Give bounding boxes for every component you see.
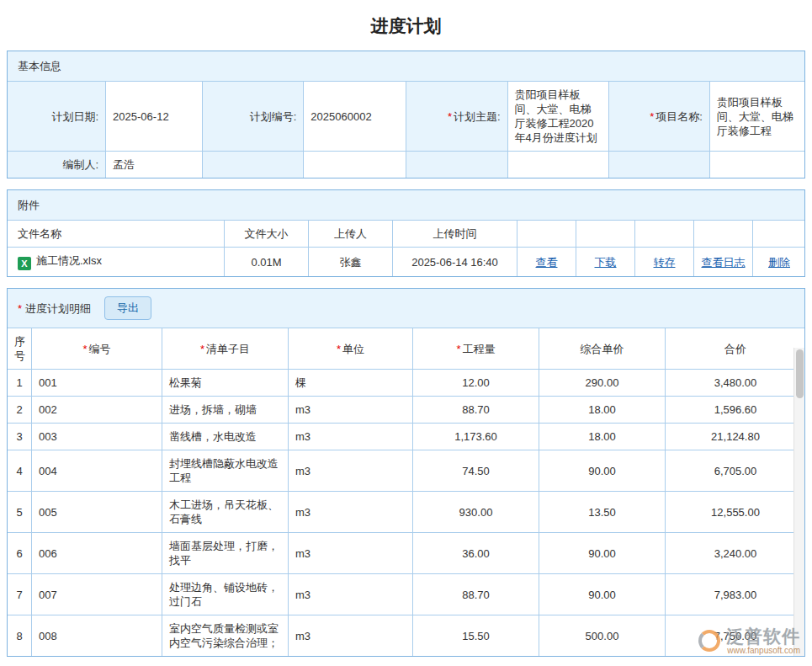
file-name-header: 文件名称 [8,221,225,248]
column-label: 综合单价 [581,343,624,355]
table-row: 1 001 松果菊 棵 12.00 290.00 3,480.00 [8,370,806,397]
basic-info-row-1: 计划日期: 2025-06-12 计划编号: 2025060002 *计划主题:… [8,82,805,152]
attachments-section: 附件 文件名称 文件大小 上传人 上传时间 X施工情况.xlsx [7,189,805,277]
download-link[interactable]: 下载 [595,256,617,269]
cell-unit: m3 [289,397,413,424]
cell-seq: 3 [8,424,32,450]
basic-info-section: 基本信息 计划日期: 2025-06-12 计划编号: 2025060002 *… [7,51,805,178]
cell-item: 进场，拆墙，砌墙 [162,397,289,424]
cell-item: 松果菊 [162,370,289,397]
table-row: 5 005 木工进场，吊天花板、石膏线 m3 930.00 13.50 12,5… [8,492,806,533]
table-row: 4 004 封埋线槽隐蔽水电改造工程 m3 74.50 90.00 6,705.… [8,450,806,492]
cell-total: 12,555.00 [666,492,806,533]
cell-item: 木工进场，吊天花板、石膏线 [162,492,289,533]
cell-unit: m3 [289,424,413,450]
upload-time-cell: 2025-06-14 16:40 [393,248,517,277]
cell-item: 处理边角、铺设地砖，过门石 [162,574,289,615]
vendor-watermark: 泛普软件 www.fanpusoft.com [698,626,800,655]
cell-seq: 4 [8,450,32,492]
empty-label-cell [406,152,507,178]
transfer-link[interactable]: 转存 [654,256,676,269]
progress-plan-page: 进度计划 基本信息 计划日期: 2025-06-12 计划编号: 2025060… [0,0,812,657]
column-label: 单位 [342,343,364,355]
vendor-name: 泛普软件 [726,626,800,646]
required-mark: * [650,110,654,123]
cell-total: 7,983.00 [666,574,806,615]
detail-title: 进度计划明细 [25,301,91,316]
cell-item: 墙面基层处理，打磨，找平 [162,533,289,574]
basic-info-title: 基本信息 [18,59,61,73]
cell-item: 凿线槽，水电改造 [162,424,289,450]
required-mark: * [18,301,22,316]
required-mark: * [82,343,87,355]
view-action-cell: 查看 [517,248,576,277]
view-log-link[interactable]: 查看日志 [702,256,746,269]
plan-number-value: 2025060002 [304,82,406,152]
seq-column-header: 序号 [8,328,32,370]
cell-quantity: 88.70 [413,574,539,615]
cell-unit-price: 18.00 [539,397,666,424]
table-row: 2 002 进场，拆墙，砌墙 m3 88.70 18.00 1,596.60 [8,397,806,424]
unit-price-column-header: 综合单价 [539,328,666,370]
plan-date-value: 2025-06-12 [106,82,203,152]
cell-code: 008 [32,615,162,657]
empty-label-cell [608,152,709,178]
empty-header-cell [576,221,635,248]
cell-code: 006 [32,533,162,574]
vertical-scrollbar[interactable] [793,348,804,656]
field-label: 项目名称: [655,110,703,123]
required-mark: * [337,343,341,355]
plan-date-label: 计划日期: [8,82,106,152]
cell-unit: m3 [289,533,413,574]
view-link[interactable]: 查看 [536,256,558,269]
cell-seq: 8 [8,615,32,657]
detail-table: 序号 *编号 *清单子目 *单位 *工程量 综合单价 合价 1 001 松果菊 … [7,328,805,657]
cell-code: 004 [32,450,162,492]
cell-quantity: 88.70 [413,397,539,424]
export-button[interactable]: 导出 [104,296,151,320]
delete-link[interactable]: 删除 [768,256,790,269]
detail-section: * 进度计划明细 导出 序号 *编号 *清单子目 *单位 *工程量 综合单价 合… [7,288,805,657]
cell-unit: m3 [289,450,413,492]
file-size-cell: 0.01M [225,248,309,277]
column-label: 清单子目 [206,343,250,355]
cell-total: 6,705.00 [666,450,806,492]
required-mark: * [448,110,452,123]
total-column-header: 合价 [666,328,806,370]
plan-subject-label: *计划主题: [406,82,507,152]
file-name-cell: X施工情况.xlsx [8,248,225,277]
cell-unit-price: 90.00 [539,450,666,492]
unit-column-header: *单位 [289,328,413,370]
required-mark: * [456,343,460,355]
field-label: 编制人: [62,158,98,171]
column-label: 合价 [724,343,746,355]
cell-code: 003 [32,424,162,450]
column-label: 序号 [14,335,25,362]
author-label: 编制人: [8,152,106,178]
plan-subject-value: 贵阳项目样板间、大堂、电梯厅装修工程2020年4月份进度计划 [507,82,608,152]
cell-unit-price: 290.00 [539,370,666,397]
cell-unit-price: 90.00 [539,574,666,615]
detail-header-row: 序号 *编号 *清单子目 *单位 *工程量 综合单价 合价 [8,328,806,370]
scrollbar-thumb[interactable] [796,349,804,398]
upload-time-header: 上传时间 [393,221,517,248]
delete-action-cell: 删除 [753,248,806,277]
cell-seq: 2 [8,397,32,424]
table-row: 6 006 墙面基层处理，打磨，找平 m3 36.00 90.00 3,240.… [8,533,806,574]
item-column-header: *清单子目 [162,328,289,370]
file-size-header: 文件大小 [225,221,309,248]
empty-value-cell [709,152,804,178]
cell-item: 封埋线槽隐蔽水电改造工程 [162,450,289,492]
plan-number-label: 计划编号: [203,82,304,152]
cell-seq: 7 [8,574,32,615]
cell-quantity: 930.00 [413,492,539,533]
table-row: 7 007 处理边角、铺设地砖，过门石 m3 88.70 90.00 7,983… [8,574,806,615]
column-label: 编号 [89,343,111,355]
basic-info-row-2: 编制人: 孟浩 [8,152,805,178]
attachments-table: 文件名称 文件大小 上传人 上传时间 X施工情况.xlsx 0.01M 张鑫 2… [7,220,805,277]
empty-header-cell [694,221,753,248]
field-label: 计划日期: [51,110,98,123]
attachments-title: 附件 [18,198,40,212]
cell-code: 007 [32,574,162,615]
cell-quantity: 12.00 [413,370,539,397]
